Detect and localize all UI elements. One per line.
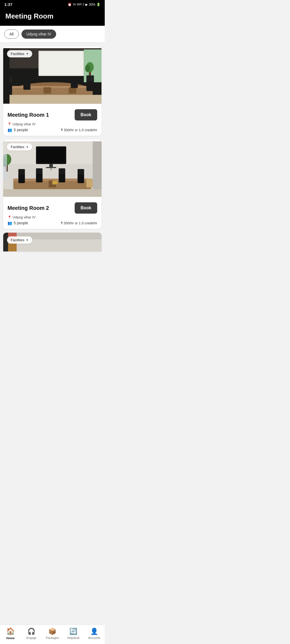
wifi-label: Vo WiFi 2 bbox=[73, 3, 84, 6]
status-icons: ⏰ Vo WiFi 2 ▶ 30% 🔋 bbox=[68, 3, 100, 6]
svg-rect-16 bbox=[23, 80, 30, 90]
facilities-label-3: Facilities bbox=[11, 238, 24, 242]
svg-rect-37 bbox=[18, 174, 25, 183]
svg-rect-43 bbox=[78, 174, 84, 183]
people-icon-2: 👥 bbox=[8, 221, 12, 225]
svg-rect-42 bbox=[59, 168, 65, 174]
room-card-1: Facilities ▼ Meeting Room 1 Book 📍 Udyog… bbox=[3, 46, 102, 136]
svg-rect-17 bbox=[86, 80, 94, 91]
svg-rect-46 bbox=[3, 189, 102, 197]
chevron-down-icon-2: ▼ bbox=[26, 145, 29, 148]
page-title: Meeting Room bbox=[5, 12, 99, 20]
room-capacity-2: 👥 5 people bbox=[8, 221, 28, 225]
filter-bar: All Udyog vihar IV bbox=[0, 26, 105, 43]
room-info-2: Meeting Room 2 Book 📍 Udyog vihar IV 👥 5… bbox=[3, 199, 102, 229]
room-name-row-1: Meeting Room 1 Book bbox=[8, 109, 97, 120]
room-image-container-3: Facilities ▼ bbox=[3, 233, 102, 251]
filter-location-button[interactable]: Udyog vihar IV bbox=[21, 30, 56, 39]
room-name-1: Meeting Room 1 bbox=[8, 112, 49, 118]
svg-rect-38 bbox=[18, 169, 25, 175]
room-price-1: ₹ 500/hr or 1.0 credit/hr bbox=[61, 128, 97, 132]
chevron-down-icon-3: ▼ bbox=[26, 239, 29, 241]
alarm-icon: ⏰ bbox=[68, 3, 72, 6]
svg-rect-25 bbox=[37, 148, 65, 163]
facilities-badge-1[interactable]: Facilities ▼ bbox=[7, 50, 32, 57]
svg-rect-44 bbox=[78, 169, 84, 175]
page-header: Meeting Room bbox=[0, 9, 105, 26]
facilities-label-2: Facilities bbox=[11, 145, 24, 149]
svg-rect-12 bbox=[44, 87, 51, 93]
rooms-list: Facilities ▼ Meeting Room 1 Book 📍 Udyog… bbox=[0, 43, 105, 273]
room-name-2: Meeting Room 2 bbox=[8, 205, 49, 211]
room-location-text-2: Udyog vihar IV bbox=[13, 215, 35, 219]
battery-label: 30% bbox=[89, 3, 95, 6]
book-button-1[interactable]: Book bbox=[75, 109, 97, 120]
filter-all-button[interactable]: All bbox=[4, 30, 19, 39]
facilities-badge-3[interactable]: Facilities ▼ bbox=[7, 236, 32, 244]
svg-rect-47 bbox=[3, 154, 7, 179]
room-capacity-text-1: 5 people bbox=[14, 128, 28, 132]
svg-rect-45 bbox=[86, 179, 93, 188]
room-info-1: Meeting Room 1 Book 📍 Udyog vihar IV 👥 5… bbox=[3, 105, 102, 136]
facilities-badge-2[interactable]: Facilities ▼ bbox=[7, 143, 32, 151]
room-image-container-2: Facilities ▼ bbox=[3, 140, 102, 199]
book-button-2[interactable]: Book bbox=[75, 202, 97, 214]
svg-rect-19 bbox=[71, 78, 78, 88]
svg-rect-55 bbox=[8, 243, 17, 251]
room-name-row-2: Meeting Room 2 Book bbox=[8, 202, 97, 214]
svg-point-8 bbox=[85, 65, 90, 72]
room-card-3: Facilities ▼ bbox=[3, 233, 102, 251]
people-icon-1: 👥 bbox=[8, 128, 12, 132]
svg-rect-41 bbox=[59, 173, 65, 182]
facilities-label-1: Facilities bbox=[11, 52, 24, 56]
room-capacity-text-2: 5 people bbox=[14, 221, 28, 225]
room-location-text-1: Udyog vihar IV bbox=[13, 122, 35, 126]
svg-rect-36 bbox=[52, 181, 57, 184]
room-location-1: 📍 Udyog vihar IV bbox=[8, 122, 97, 126]
battery-icon: 🔋 bbox=[96, 3, 100, 6]
room-location-2: 📍 Udyog vihar IV bbox=[8, 215, 97, 219]
svg-rect-40 bbox=[36, 168, 42, 174]
signal-icon: ▶ bbox=[85, 3, 88, 6]
room-details-row-2: 👥 5 people ₹ 500/hr or 1.0 credit/hr bbox=[8, 221, 97, 225]
svg-rect-32 bbox=[93, 141, 102, 197]
room-capacity-1: 👥 5 people bbox=[8, 128, 28, 132]
status-bar: 1:37 ⏰ Vo WiFi 2 ▶ 30% 🔋 bbox=[0, 0, 105, 9]
location-icon-2: 📍 bbox=[8, 215, 12, 219]
svg-rect-20 bbox=[3, 95, 102, 104]
svg-rect-3 bbox=[40, 52, 83, 75]
room-price-2: ₹ 500/hr or 1.0 credit/hr bbox=[61, 221, 97, 225]
room-image-container-1: Facilities ▼ bbox=[3, 46, 102, 105]
chevron-down-icon-1: ▼ bbox=[26, 52, 29, 55]
svg-rect-39 bbox=[36, 173, 42, 182]
room-details-row-1: 👥 5 people ₹ 500/hr or 1.0 credit/hr bbox=[8, 128, 97, 132]
location-icon-1: 📍 bbox=[8, 122, 12, 126]
svg-rect-18 bbox=[86, 75, 94, 82]
svg-rect-13 bbox=[69, 87, 76, 93]
status-time: 1:37 bbox=[4, 2, 12, 7]
room-card-2: Facilities ▼ Meeting Room 2 Book 📍 Udyog… bbox=[3, 140, 102, 229]
